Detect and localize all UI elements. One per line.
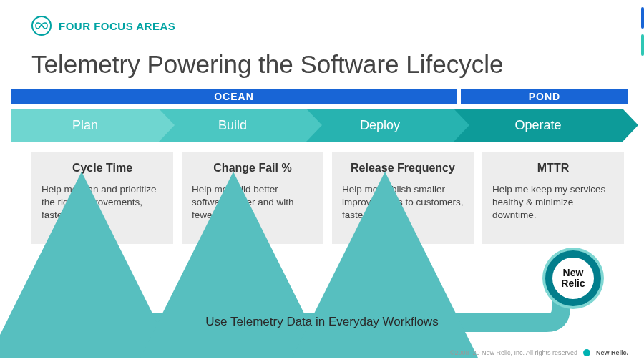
card-release-frequency: Release Frequency Help me publish smalle… — [332, 152, 474, 244]
infinity-logo-icon — [31, 16, 52, 36]
card-body: Help me publish smaller improvements to … — [342, 183, 464, 222]
lifecycle-chevrons: Plan Build Deploy Operate — [0, 104, 644, 142]
slide-footer: ©2008–20 New Relic, Inc. All rights rese… — [450, 349, 628, 356]
slide-title: Telemetry Powering the Software Lifecycl… — [0, 36, 644, 89]
slide-header: FOUR FOCUS AREAS — [0, 0, 644, 36]
card-body: Help me keep my services healthy & minim… — [492, 183, 614, 222]
card-mttr: MTTR Help me keep my services healthy & … — [482, 152, 624, 244]
card-title: Release Frequency — [342, 162, 464, 175]
brand-dot-icon — [583, 349, 590, 356]
chevron-label: Operate — [514, 118, 561, 133]
category-bars: OCEAN POND — [0, 89, 644, 104]
chevron-deploy: Deploy — [306, 109, 454, 142]
chevron-plan: Plan — [11, 109, 159, 142]
chevron-operate: Operate — [454, 109, 623, 142]
copyright-text: ©2008–20 New Relic, Inc. All rights rese… — [450, 349, 577, 356]
flow-caption: Use Telemetry Data in Everyday Workflows — [0, 315, 644, 329]
edge-accent-icon — [641, 34, 644, 56]
chevron-label: Plan — [72, 118, 98, 133]
footer-brand: New Relic. — [596, 349, 628, 356]
badge-text: New Relic — [561, 268, 585, 288]
card-body: Help me build better software faster and… — [192, 183, 313, 222]
brand-text: FOUR FOCUS AREAS — [59, 20, 175, 32]
new-relic-badge: New Relic — [545, 250, 601, 306]
metric-cards: Cycle Time Help me plan and prioritize t… — [0, 142, 644, 244]
chevron-build: Build — [159, 109, 306, 142]
card-change-fail: Change Fail % Help me build better softw… — [182, 152, 323, 244]
card-body: Help me plan and prioritize the right im… — [42, 183, 163, 222]
edge-accent-icon — [641, 7, 644, 29]
card-cycle-time: Cycle Time Help me plan and prioritize t… — [31, 152, 173, 244]
card-title: Cycle Time — [42, 162, 163, 175]
card-title: MTTR — [492, 162, 614, 175]
bar-ocean: OCEAN — [11, 89, 457, 104]
chevron-label: Deploy — [360, 118, 400, 133]
bar-pond: POND — [461, 89, 628, 104]
chevron-label: Build — [218, 118, 247, 133]
card-title: Change Fail % — [192, 162, 313, 175]
